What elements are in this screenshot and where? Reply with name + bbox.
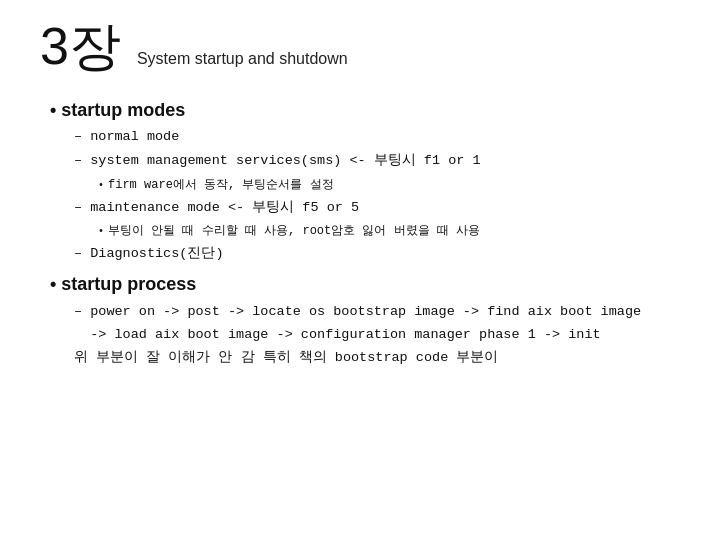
title-row: 3장 System startup and shutdown bbox=[40, 20, 680, 72]
startup-modes-title: • startup modes bbox=[50, 100, 680, 121]
list-item: – maintenance mode <- 부팅시 f5 or 5 bbox=[74, 198, 680, 218]
process-description: – power on -> post -> locate os bootstra… bbox=[74, 301, 680, 370]
list-item: – system management services(sms) <- 부팅시… bbox=[74, 151, 680, 171]
sub-bullet-item: 부팅이 안될 때 수리할 때 사용, root암호 잃어 버렸을 때 사용 bbox=[98, 222, 680, 240]
list-item: – normal mode bbox=[74, 127, 680, 147]
startup-modes-section: • startup modes – normal mode – system m… bbox=[40, 100, 680, 264]
chapter-number: 3장 bbox=[40, 20, 121, 72]
sub-bullet-item: firm ware에서 동작, 부팅순서를 설정 bbox=[98, 176, 680, 194]
list-item: – Diagnostics(진단) bbox=[74, 244, 680, 264]
startup-process-title: • startup process bbox=[50, 274, 680, 295]
chapter-subtitle: System startup and shutdown bbox=[137, 50, 348, 68]
startup-process-section: • startup process – power on -> post -> … bbox=[40, 274, 680, 370]
